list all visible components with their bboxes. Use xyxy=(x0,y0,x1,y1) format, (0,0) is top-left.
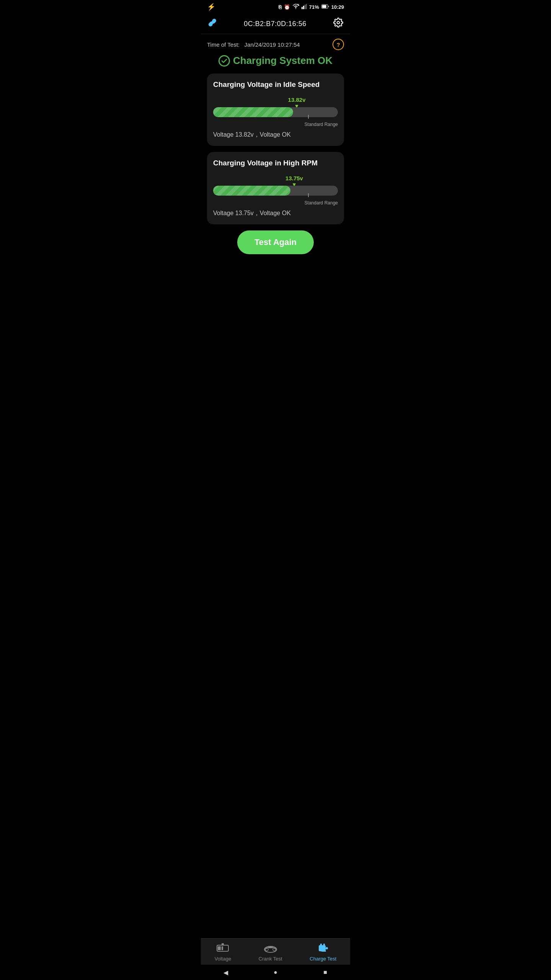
time-label: Time of Test: Jan/24/2019 10:27:54 xyxy=(207,41,300,48)
svg-rect-3 xyxy=(305,5,306,9)
high-rpm-std-label-row: Standard Range xyxy=(213,199,338,206)
svg-rect-2 xyxy=(303,6,304,9)
high-rpm-result-text: Voltage 13.75v，Voltage OK xyxy=(213,209,338,217)
charging-status: Charging System OK xyxy=(207,55,344,67)
check-icon xyxy=(218,55,230,67)
signal-icon xyxy=(302,4,307,10)
charge-nav-label: Charge Test xyxy=(310,956,336,962)
high-rpm-card-title: Charging Voltage in High RPM xyxy=(213,159,338,167)
device-id: 0C:B2:B7:0D:16:56 xyxy=(244,20,306,28)
idle-std-label-row: Standard Range xyxy=(213,120,338,127)
android-home-button[interactable]: ● xyxy=(272,969,279,976)
charging-status-text: Charging System OK xyxy=(233,55,333,67)
idle-card-title: Charging Voltage in Idle Speed xyxy=(213,80,338,89)
high-rpm-std-tick xyxy=(308,193,309,197)
status-left: ⚡ xyxy=(207,3,215,11)
battery-percent: 71% xyxy=(309,4,319,10)
idle-std-tick xyxy=(308,115,309,119)
status-bar: ⚡ ⎘ ⏰ 71% xyxy=(201,0,350,14)
svg-rect-20 xyxy=(323,944,325,946)
svg-rect-6 xyxy=(322,5,326,8)
main-content: Time of Test: Jan/24/2019 10:27:54 ? Cha… xyxy=(201,34,350,300)
battery-icon xyxy=(321,4,329,10)
idle-result-text: Voltage 13.82v，Voltage OK xyxy=(213,131,338,139)
nav-item-crank[interactable]: Crank Test xyxy=(259,942,282,962)
nav-item-charge[interactable]: Charge Test xyxy=(310,942,336,962)
high-rpm-gauge-fill xyxy=(213,186,290,196)
lightning-icon: ⚡ xyxy=(207,3,215,11)
top-bar: 0C:B2:B7:0D:16:56 xyxy=(201,14,350,34)
high-rpm-std-range-label: Standard Range xyxy=(305,200,338,206)
android-back-button[interactable]: ◀ xyxy=(222,969,230,976)
bottom-nav: Voltage Crank Test Charge Test xyxy=(201,938,350,965)
idle-gauge-fill xyxy=(213,107,293,117)
svg-rect-9 xyxy=(218,946,221,950)
nav-item-voltage[interactable]: Voltage xyxy=(215,942,231,962)
svg-rect-17 xyxy=(268,946,273,948)
voltage-nav-label: Voltage xyxy=(215,956,231,962)
idle-gauge-wrapper: 13.82v ▼ xyxy=(213,96,338,117)
idle-gauge-track-wrapper xyxy=(213,107,338,117)
svg-rect-18 xyxy=(319,945,326,951)
test-again-button[interactable]: Test Again xyxy=(237,230,314,254)
android-nav: ◀ ● ■ xyxy=(201,965,350,980)
high-rpm-gauge-track-wrapper xyxy=(213,186,338,196)
alarm-icon: ⏰ xyxy=(284,4,290,10)
svg-point-7 xyxy=(337,21,340,24)
voltage-nav-icon xyxy=(216,942,230,954)
svg-rect-1 xyxy=(302,7,303,9)
svg-rect-19 xyxy=(320,944,322,946)
high-rpm-card: Charging Voltage in High RPM 13.75v ▼ St… xyxy=(207,152,344,224)
status-right: ⎘ ⏰ 71% xyxy=(279,4,344,10)
svg-rect-12 xyxy=(222,943,224,945)
wifi-icon xyxy=(292,4,299,10)
time-row: Time of Test: Jan/24/2019 10:27:54 ? xyxy=(207,39,344,50)
link-icon[interactable] xyxy=(208,18,217,29)
crank-nav-icon xyxy=(264,942,277,954)
svg-rect-13 xyxy=(228,947,229,949)
android-recent-button[interactable]: ■ xyxy=(321,969,329,976)
idle-speed-card: Charging Voltage in Idle Speed 13.82v ▼ … xyxy=(207,74,344,146)
crank-nav-label: Crank Test xyxy=(259,956,282,962)
charge-nav-icon xyxy=(316,942,330,954)
idle-std-range-label: Standard Range xyxy=(305,122,338,127)
settings-icon[interactable] xyxy=(333,18,343,30)
svg-rect-10 xyxy=(222,946,223,950)
idle-gauge-track xyxy=(213,107,338,117)
svg-rect-21 xyxy=(326,947,328,949)
bluetooth-icon: ⎘ xyxy=(279,4,282,10)
high-rpm-gauge-wrapper: 13.75v ▼ xyxy=(213,175,338,196)
svg-rect-4 xyxy=(306,4,307,9)
help-icon[interactable]: ? xyxy=(333,39,344,50)
high-rpm-gauge-track xyxy=(213,186,338,196)
time-display: 10:29 xyxy=(331,4,344,10)
